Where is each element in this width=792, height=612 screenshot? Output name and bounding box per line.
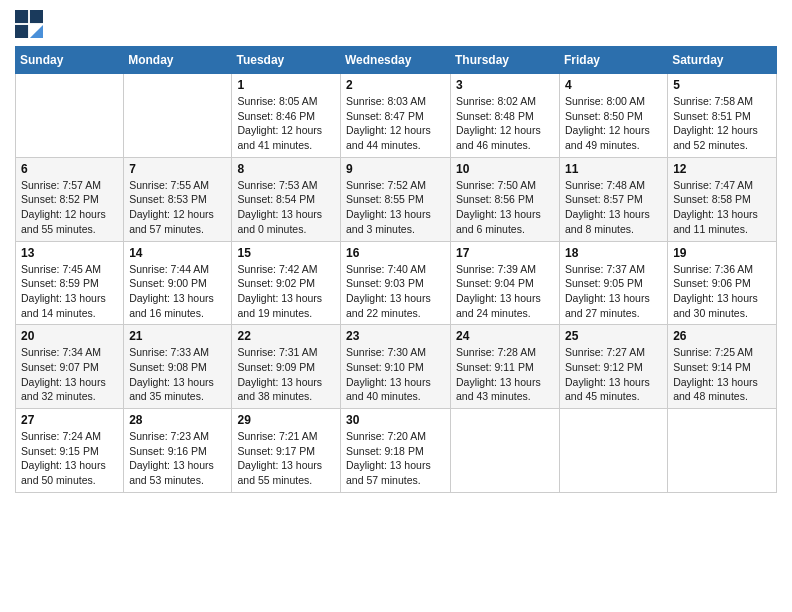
day-number: 15 [237,246,335,260]
day-info: Sunrise: 7:48 AM Sunset: 8:57 PM Dayligh… [565,178,662,237]
calendar-cell: 3Sunrise: 8:02 AM Sunset: 8:48 PM Daylig… [451,74,560,158]
day-number: 11 [565,162,662,176]
calendar-cell: 4Sunrise: 8:00 AM Sunset: 8:50 PM Daylig… [560,74,668,158]
calendar-cell: 8Sunrise: 7:53 AM Sunset: 8:54 PM Daylig… [232,157,341,241]
calendar-cell: 24Sunrise: 7:28 AM Sunset: 9:11 PM Dayli… [451,325,560,409]
day-info: Sunrise: 7:50 AM Sunset: 8:56 PM Dayligh… [456,178,554,237]
day-number: 20 [21,329,118,343]
calendar-cell: 29Sunrise: 7:21 AM Sunset: 9:17 PM Dayli… [232,409,341,493]
calendar-cell: 5Sunrise: 7:58 AM Sunset: 8:51 PM Daylig… [668,74,777,158]
calendar-header-row: SundayMondayTuesdayWednesdayThursdayFrid… [16,47,777,74]
day-number: 17 [456,246,554,260]
day-number: 13 [21,246,118,260]
day-info: Sunrise: 7:37 AM Sunset: 9:05 PM Dayligh… [565,262,662,321]
calendar-cell: 12Sunrise: 7:47 AM Sunset: 8:58 PM Dayli… [668,157,777,241]
calendar-week-row: 20Sunrise: 7:34 AM Sunset: 9:07 PM Dayli… [16,325,777,409]
calendar-cell: 25Sunrise: 7:27 AM Sunset: 9:12 PM Dayli… [560,325,668,409]
day-info: Sunrise: 7:36 AM Sunset: 9:06 PM Dayligh… [673,262,771,321]
calendar-cell: 21Sunrise: 7:33 AM Sunset: 9:08 PM Dayli… [124,325,232,409]
logo-icon [15,10,43,38]
day-number: 2 [346,78,445,92]
day-info: Sunrise: 7:31 AM Sunset: 9:09 PM Dayligh… [237,345,335,404]
calendar-week-row: 6Sunrise: 7:57 AM Sunset: 8:52 PM Daylig… [16,157,777,241]
column-header-wednesday: Wednesday [341,47,451,74]
day-info: Sunrise: 7:34 AM Sunset: 9:07 PM Dayligh… [21,345,118,404]
day-number: 5 [673,78,771,92]
day-number: 19 [673,246,771,260]
calendar-cell: 7Sunrise: 7:55 AM Sunset: 8:53 PM Daylig… [124,157,232,241]
calendar-cell: 11Sunrise: 7:48 AM Sunset: 8:57 PM Dayli… [560,157,668,241]
calendar-cell: 27Sunrise: 7:24 AM Sunset: 9:15 PM Dayli… [16,409,124,493]
svg-marker-3 [30,25,43,38]
svg-rect-0 [15,10,28,23]
day-number: 7 [129,162,226,176]
calendar-cell: 18Sunrise: 7:37 AM Sunset: 9:05 PM Dayli… [560,241,668,325]
day-number: 29 [237,413,335,427]
calendar-cell: 17Sunrise: 7:39 AM Sunset: 9:04 PM Dayli… [451,241,560,325]
calendar-cell: 22Sunrise: 7:31 AM Sunset: 9:09 PM Dayli… [232,325,341,409]
calendar-cell [668,409,777,493]
day-info: Sunrise: 7:30 AM Sunset: 9:10 PM Dayligh… [346,345,445,404]
day-number: 10 [456,162,554,176]
calendar-cell: 23Sunrise: 7:30 AM Sunset: 9:10 PM Dayli… [341,325,451,409]
day-number: 25 [565,329,662,343]
day-number: 14 [129,246,226,260]
calendar-cell: 30Sunrise: 7:20 AM Sunset: 9:18 PM Dayli… [341,409,451,493]
day-number: 22 [237,329,335,343]
day-info: Sunrise: 7:39 AM Sunset: 9:04 PM Dayligh… [456,262,554,321]
day-info: Sunrise: 7:47 AM Sunset: 8:58 PM Dayligh… [673,178,771,237]
calendar-cell: 20Sunrise: 7:34 AM Sunset: 9:07 PM Dayli… [16,325,124,409]
calendar-cell: 19Sunrise: 7:36 AM Sunset: 9:06 PM Dayli… [668,241,777,325]
calendar-cell [16,74,124,158]
day-number: 16 [346,246,445,260]
column-header-sunday: Sunday [16,47,124,74]
calendar-week-row: 1Sunrise: 8:05 AM Sunset: 8:46 PM Daylig… [16,74,777,158]
calendar-table: SundayMondayTuesdayWednesdayThursdayFrid… [15,46,777,493]
day-number: 21 [129,329,226,343]
day-info: Sunrise: 7:53 AM Sunset: 8:54 PM Dayligh… [237,178,335,237]
calendar-cell: 15Sunrise: 7:42 AM Sunset: 9:02 PM Dayli… [232,241,341,325]
day-info: Sunrise: 7:55 AM Sunset: 8:53 PM Dayligh… [129,178,226,237]
day-info: Sunrise: 8:03 AM Sunset: 8:47 PM Dayligh… [346,94,445,153]
day-info: Sunrise: 7:57 AM Sunset: 8:52 PM Dayligh… [21,178,118,237]
calendar-cell: 9Sunrise: 7:52 AM Sunset: 8:55 PM Daylig… [341,157,451,241]
day-number: 9 [346,162,445,176]
calendar-cell: 13Sunrise: 7:45 AM Sunset: 8:59 PM Dayli… [16,241,124,325]
column-header-tuesday: Tuesday [232,47,341,74]
calendar-cell: 16Sunrise: 7:40 AM Sunset: 9:03 PM Dayli… [341,241,451,325]
day-info: Sunrise: 8:05 AM Sunset: 8:46 PM Dayligh… [237,94,335,153]
calendar-cell: 10Sunrise: 7:50 AM Sunset: 8:56 PM Dayli… [451,157,560,241]
day-info: Sunrise: 7:27 AM Sunset: 9:12 PM Dayligh… [565,345,662,404]
column-header-friday: Friday [560,47,668,74]
day-number: 4 [565,78,662,92]
day-info: Sunrise: 7:45 AM Sunset: 8:59 PM Dayligh… [21,262,118,321]
calendar-week-row: 27Sunrise: 7:24 AM Sunset: 9:15 PM Dayli… [16,409,777,493]
calendar-cell: 28Sunrise: 7:23 AM Sunset: 9:16 PM Dayli… [124,409,232,493]
calendar-cell: 6Sunrise: 7:57 AM Sunset: 8:52 PM Daylig… [16,157,124,241]
day-info: Sunrise: 7:20 AM Sunset: 9:18 PM Dayligh… [346,429,445,488]
day-info: Sunrise: 7:33 AM Sunset: 9:08 PM Dayligh… [129,345,226,404]
calendar-cell: 26Sunrise: 7:25 AM Sunset: 9:14 PM Dayli… [668,325,777,409]
calendar-cell [560,409,668,493]
day-number: 24 [456,329,554,343]
day-number: 18 [565,246,662,260]
logo [15,10,47,38]
calendar-cell [124,74,232,158]
day-number: 27 [21,413,118,427]
day-number: 8 [237,162,335,176]
day-info: Sunrise: 7:42 AM Sunset: 9:02 PM Dayligh… [237,262,335,321]
day-info: Sunrise: 7:44 AM Sunset: 9:00 PM Dayligh… [129,262,226,321]
column-header-monday: Monday [124,47,232,74]
day-info: Sunrise: 7:58 AM Sunset: 8:51 PM Dayligh… [673,94,771,153]
day-info: Sunrise: 7:25 AM Sunset: 9:14 PM Dayligh… [673,345,771,404]
calendar-cell: 2Sunrise: 8:03 AM Sunset: 8:47 PM Daylig… [341,74,451,158]
day-number: 28 [129,413,226,427]
calendar-cell: 1Sunrise: 8:05 AM Sunset: 8:46 PM Daylig… [232,74,341,158]
day-info: Sunrise: 7:24 AM Sunset: 9:15 PM Dayligh… [21,429,118,488]
day-number: 6 [21,162,118,176]
page-header [15,10,777,38]
day-number: 26 [673,329,771,343]
day-number: 12 [673,162,771,176]
calendar-cell [451,409,560,493]
day-info: Sunrise: 8:00 AM Sunset: 8:50 PM Dayligh… [565,94,662,153]
